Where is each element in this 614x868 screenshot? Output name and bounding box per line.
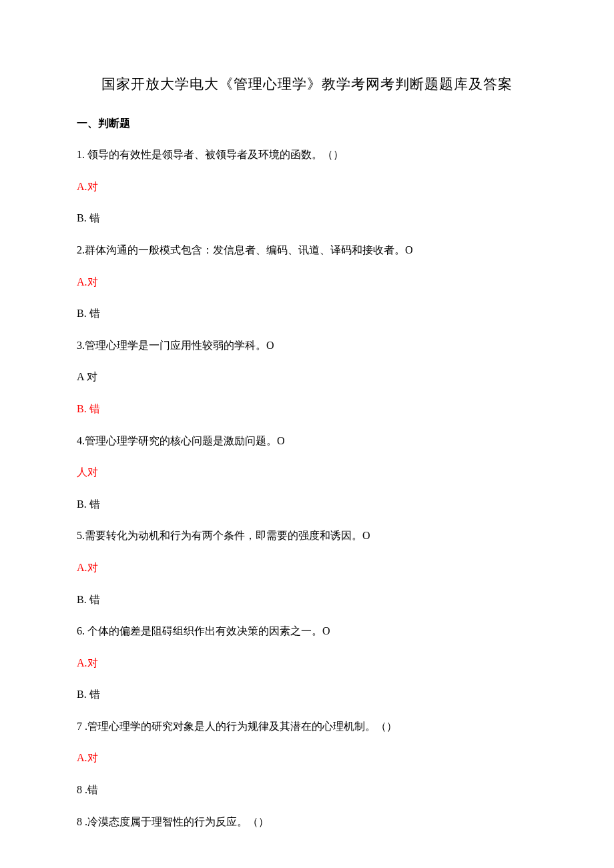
text-line: 6. 个体的偏差是阻碍组织作出有效决策的因素之一。O [77, 622, 537, 640]
text-line: B. 错 [77, 400, 537, 418]
text-line: 1. 领导的有效性是领导者、被领导者及环境的函数。（） [77, 146, 537, 163]
text-line: A.对 [77, 749, 537, 767]
text-line: 8 .冷漠态度属于理智性的行为反应。（） [77, 813, 537, 831]
text-line: 8 .错 [77, 781, 537, 799]
text-line: A.对 [77, 559, 537, 576]
text-line: B. 错 [77, 496, 537, 513]
text-line: B. 错 [77, 305, 537, 322]
text-line: 4.管理心理学研究的核心问题是激励问题。O [77, 432, 537, 450]
text-line: A 对 [77, 368, 537, 386]
section-heading: 一、判断题 [77, 115, 537, 132]
text-line: 2.群体沟通的一般模式包含：发信息者、编码、讯道、译码和接收者。O [77, 242, 537, 259]
document-title: 国家开放大学电大《管理心理学》教学考网考判断题题库及答案 [77, 73, 537, 96]
text-line: A.对 [77, 274, 537, 291]
text-line: 5.需要转化为动机和行为有两个条件，即需要的强度和诱因。O [77, 527, 537, 544]
text-line: A.对 [77, 178, 537, 195]
text-line: 7 .管理心理学的研究对象是人的行为规律及其潜在的心理机制。（） [77, 718, 537, 735]
text-line: B. 错 [77, 686, 537, 703]
text-line: A.对 [77, 655, 537, 672]
text-line: 人对 [77, 464, 537, 481]
text-line: B. 错 [77, 209, 537, 227]
text-line: B. 错 [77, 591, 537, 608]
content-body: 1. 领导的有效性是领导者、被领导者及环境的函数。（）A.对B. 错2.群体沟通… [77, 146, 537, 830]
text-line: 3.管理心理学是一门应用性较弱的学科。O [77, 337, 537, 354]
